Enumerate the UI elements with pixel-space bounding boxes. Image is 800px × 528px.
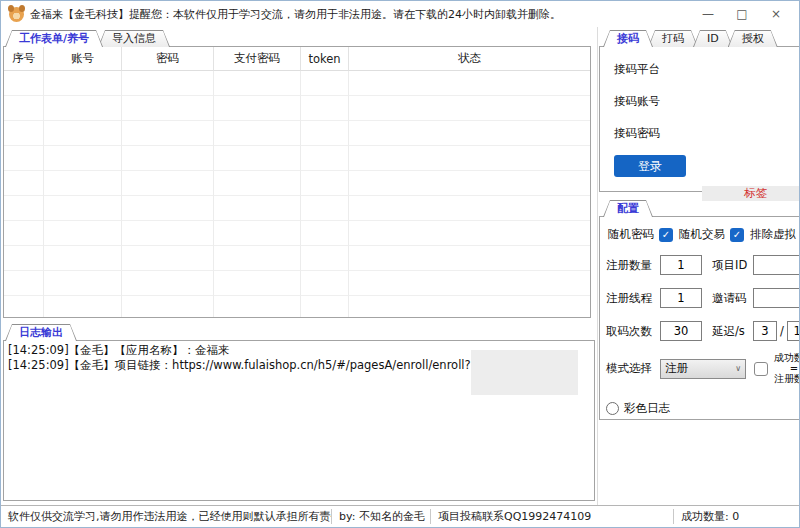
delay-separator: /: [780, 324, 784, 338]
table-cell: [214, 171, 301, 196]
table-cell: [349, 171, 590, 196]
column-header-account[interactable]: 账号: [44, 47, 122, 71]
table-row[interactable]: [4, 296, 590, 318]
table-row[interactable]: [4, 171, 590, 196]
table-cell: [4, 71, 44, 96]
table-cell: [44, 71, 122, 96]
close-button[interactable]: ×: [759, 1, 793, 27]
table-row[interactable]: [4, 246, 590, 271]
table-cell: [301, 196, 349, 221]
delay-min-input[interactable]: [753, 321, 777, 341]
table-cell: [122, 121, 214, 146]
tab-log-output[interactable]: 日志输出: [5, 324, 77, 341]
table-row[interactable]: [4, 96, 590, 121]
tag-label[interactable]: 标签: [702, 186, 800, 201]
table-cell: [349, 271, 590, 296]
table-cell: [122, 96, 214, 121]
column-header-pay-password[interactable]: 支付密码: [214, 47, 301, 71]
color-log-radio[interactable]: [606, 402, 619, 415]
table-cell: [214, 271, 301, 296]
minimize-button[interactable]: —: [691, 1, 725, 27]
table-row[interactable]: [4, 271, 590, 296]
table-cell: [4, 171, 44, 196]
column-header-index[interactable]: 序号: [4, 47, 44, 71]
table-header-row: 序号 账号 密码 支付密码 token 状态: [4, 47, 590, 71]
table-cell: [214, 196, 301, 221]
tab-id[interactable]: ID: [693, 30, 733, 47]
log-output-area[interactable]: [14:25:09]【金毛】【应用名称】：金福来 [14:25:09]【金毛】项…: [3, 340, 595, 501]
table-cell: [4, 246, 44, 271]
table-cell: [301, 96, 349, 121]
table-cell: [4, 271, 44, 296]
table-row[interactable]: [4, 221, 590, 246]
table-row[interactable]: [4, 196, 590, 221]
tab-import-info-label: 导入信息: [99, 31, 169, 47]
table-cell: [4, 221, 44, 246]
table-cell: [301, 121, 349, 146]
window-title: 金福来【金毛科技】提醒您：本软件仅用于学习交流，请勿用于非法用途。请在下载的24…: [30, 7, 561, 22]
random-password-label: 随机密码: [608, 227, 654, 242]
fetch-count-label: 取码次数: [606, 324, 652, 339]
platform-label: 接码平台: [614, 62, 672, 77]
column-header-token[interactable]: token: [301, 47, 349, 71]
main-area: 工作表单/养号 导入信息 序号 账号 密码 支付密码 token 状态: [1, 27, 799, 505]
random-trade-checkbox[interactable]: ✓: [730, 228, 744, 242]
worksheet-tabbar: 工作表单/养号 导入信息: [1, 30, 597, 47]
table-cell: [349, 71, 590, 96]
tab-worksheet[interactable]: 工作表单/养号: [5, 30, 103, 47]
register-count-input[interactable]: [660, 255, 702, 275]
table-row[interactable]: [4, 71, 590, 96]
table-cell: [44, 146, 122, 171]
table-cell: [122, 196, 214, 221]
table-cell: [301, 296, 349, 318]
table-row[interactable]: [4, 146, 590, 171]
random-trade-label: 随机交易: [679, 227, 725, 242]
left-column: 工作表单/养号 导入信息 序号 账号 密码 支付密码 token 状态: [1, 27, 597, 505]
table-cell: [44, 246, 122, 271]
fetch-count-input[interactable]: [660, 321, 702, 341]
table-cell: [122, 146, 214, 171]
register-thread-input[interactable]: [660, 288, 702, 308]
status-bar: 软件仅供交流学习,请勿用作违法用途，已经使用则默认承担所有责任。 by: 不知名…: [1, 505, 799, 527]
invite-code-input[interactable]: [753, 288, 800, 308]
table-cell: [214, 296, 301, 318]
table-cell: [44, 96, 122, 121]
random-password-checkbox[interactable]: ✓: [659, 228, 673, 242]
sms-password-label: 接码密码: [614, 126, 672, 141]
table-cell: [301, 146, 349, 171]
table-cell: [122, 221, 214, 246]
project-id-input[interactable]: [753, 255, 800, 275]
table-cell: [349, 246, 590, 271]
mode-select-label: 模式选择: [606, 361, 652, 376]
table-cell: [349, 146, 590, 171]
tab-authorization-label: 授权: [729, 31, 777, 47]
delay-max-input[interactable]: [787, 321, 800, 341]
sms-login-panel: 接码平台 他信 ∨ 接码账号 接码密码: [599, 46, 800, 192]
status-disclaimer: 软件仅供交流学习,请勿用作违法用途，已经使用则默认承担所有责任。: [1, 509, 331, 524]
mode-dropdown[interactable]: 注册 ∨: [660, 359, 746, 379]
table-cell: [301, 71, 349, 96]
column-header-password[interactable]: 密码: [122, 47, 214, 71]
table-cell: [301, 221, 349, 246]
table-cell: [349, 221, 590, 246]
chevron-down-icon: ∨: [735, 364, 741, 373]
table-cell: [214, 146, 301, 171]
app-logo-dog-icon: [9, 7, 24, 22]
success-equals-checkbox[interactable]: [754, 362, 768, 376]
tab-config[interactable]: 配置: [603, 200, 653, 217]
tab-import-info[interactable]: 导入信息: [98, 30, 170, 47]
table-cell: [4, 121, 44, 146]
column-header-status[interactable]: 状态: [349, 47, 590, 71]
exclude-virtual-label: 排除虚拟: [750, 227, 796, 242]
table-row[interactable]: [4, 121, 590, 146]
register-count-label: 注册数量: [606, 258, 652, 273]
log-tabbar: 日志输出: [1, 324, 597, 341]
tab-authorization[interactable]: 授权: [728, 30, 778, 47]
tab-captcha[interactable]: 打码: [648, 30, 698, 47]
tab-sms-code[interactable]: 接码: [603, 30, 653, 47]
maximize-button[interactable]: □: [725, 1, 759, 27]
login-button[interactable]: 登录: [614, 155, 686, 177]
tab-config-label: 配置: [604, 201, 652, 217]
sms-tabbar: 接码 打码 ID 授权: [599, 30, 800, 47]
table-cell: [4, 296, 44, 318]
